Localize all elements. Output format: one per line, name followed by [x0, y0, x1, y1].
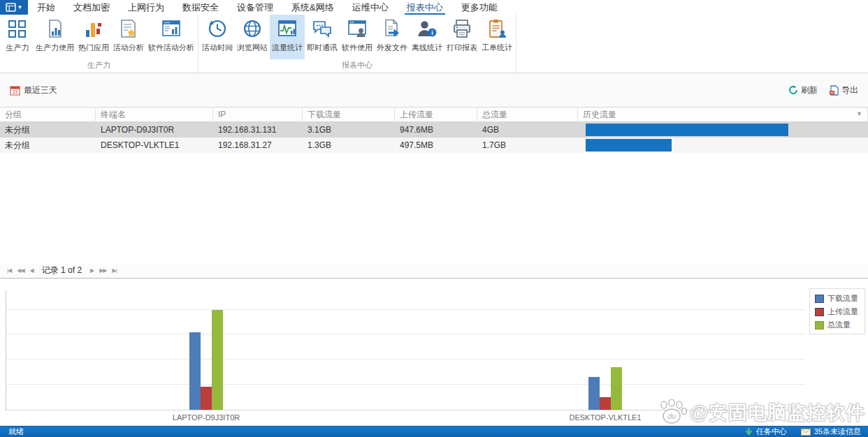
app-logo-button[interactable]: ▼: [0, 0, 28, 15]
export-button[interactable]: 导出: [829, 84, 858, 96]
unread-messages-button[interactable]: 35条未读信息: [814, 427, 861, 437]
chart-gridline: [6, 334, 805, 334]
ribbon-item-outgoing-files[interactable]: 外发文件: [375, 15, 410, 59]
svg-text:23: 23: [13, 89, 18, 94]
ribbon-item-offline-stats[interactable]: i离线统计: [410, 15, 444, 59]
date-range-label: 最近三天: [24, 84, 57, 96]
history-traffic-bar: [586, 139, 672, 151]
outgoing-files-icon: [382, 16, 403, 41]
col-header-history[interactable]: 历史流量: [578, 108, 868, 121]
svg-text:i: i: [431, 29, 433, 36]
ribbon-item-productivity-usage[interactable]: 生产力使用: [34, 15, 76, 59]
next-group-button[interactable]: ▶▶: [96, 267, 109, 274]
menu-tab-3[interactable]: 上网行为: [119, 0, 173, 15]
bar-上传流量: [600, 397, 611, 410]
status-ready-label: 就绪: [8, 427, 24, 437]
legend-entry: 下载流量: [815, 293, 860, 304]
prev-record-button[interactable]: ◀: [27, 267, 36, 274]
task-center-button[interactable]: 任务中心: [756, 427, 787, 437]
cell-download: 3.1GB: [303, 122, 395, 138]
date-range-filter[interactable]: 23 最近三天: [10, 84, 57, 96]
legend-swatch: [815, 295, 824, 303]
col-header-ip[interactable]: IP: [213, 108, 303, 121]
traffic-stats-icon: [277, 16, 298, 41]
ribbon-item-im[interactable]: 即时通讯: [305, 15, 340, 59]
menu-bar: ▼ 开始文档加密上网行为数据安全设备管理系统&网络运维中心报表中心更多功能: [0, 0, 868, 15]
ribbon-items-row: 活动时间浏览网站流量统计即时通讯软件使用外发文件i离线统计打印报表工单统计: [200, 15, 514, 59]
refresh-label: 刷新: [801, 84, 818, 96]
ribbon-item-work-order[interactable]: 工单统计: [479, 15, 514, 59]
chart-plot-area: LAPTOP-D9J3IT0RDESKTOP-VLKTLE1: [6, 290, 805, 410]
chart-gridline: [6, 384, 805, 385]
menu-tab-4[interactable]: 数据安全: [173, 0, 228, 15]
chart-legend: 下载流量上传流量总流量: [809, 288, 865, 334]
cell-group: 未分组: [0, 138, 96, 153]
ribbon-item-productivity-grid[interactable]: 生产力: [1, 15, 34, 59]
menu-tab-9[interactable]: 更多功能: [452, 0, 507, 15]
table-row[interactable]: 未分组LAPTOP-D9J3IT0R192.168.31.1313.1GB947…: [0, 122, 868, 138]
col-header-group[interactable]: 分组: [0, 108, 96, 121]
chart-bar-group: [588, 367, 622, 410]
ribbon-item-label: 活动时间: [202, 43, 233, 53]
first-page-button[interactable]: |◀: [4, 267, 14, 274]
menu-tab-7[interactable]: 运维中心: [343, 0, 398, 15]
calendar-icon: 23: [10, 85, 20, 96]
cell-total: 1.7GB: [477, 138, 578, 153]
hot-apps-icon: [83, 16, 104, 41]
app-logo-icon: [6, 3, 16, 12]
cell-terminal: DESKTOP-VLKTLE1: [96, 138, 213, 153]
col-header-download[interactable]: 下载流量: [303, 108, 395, 121]
ribbon-item-label: 生产力使用: [36, 43, 74, 53]
ribbon-item-activity-time[interactable]: 活动时间: [200, 15, 235, 59]
software-usage-icon: [347, 16, 368, 41]
ribbon-item-hot-apps[interactable]: 热门应用: [76, 15, 111, 59]
bar-总流量: [212, 310, 223, 410]
work-order-icon: [486, 16, 507, 41]
ribbon-item-activity-analysis[interactable]: 活动分析: [111, 15, 146, 59]
prev-group-button[interactable]: ◀◀: [14, 267, 27, 274]
ribbon-item-traffic-stats[interactable]: 流量统计: [270, 15, 305, 59]
cell-upload: 947.6MB: [395, 122, 477, 138]
ribbon-item-label: 软件活动分析: [148, 43, 194, 53]
ribbon-item-label: 浏览网站: [237, 43, 268, 53]
print-report-icon: [451, 16, 472, 41]
ribbon-item-browse-website[interactable]: 浏览网站: [235, 15, 270, 59]
productivity-usage-icon: [45, 16, 66, 41]
export-label: 导出: [841, 84, 858, 96]
legend-entry: 上传流量: [815, 306, 860, 317]
cell-history: [578, 138, 868, 153]
ribbon-item-print-report[interactable]: 打印报表: [444, 15, 479, 59]
ribbon-item-label: 离线统计: [412, 43, 442, 53]
header-filter-icon[interactable]: ▼: [856, 110, 862, 117]
last-page-button[interactable]: ▶|: [110, 267, 120, 274]
bar-总流量: [611, 367, 622, 410]
svg-text:du: du: [667, 412, 676, 420]
cell-ip: 192.168.31.27: [213, 138, 303, 153]
col-header-terminal[interactable]: 终端名: [96, 108, 213, 121]
cell-terminal: LAPTOP-D9J3IT0R: [96, 122, 213, 138]
col-header-total[interactable]: 总流量: [477, 108, 578, 121]
menu-tab-5[interactable]: 设备管理: [228, 0, 282, 15]
menu-tab-2[interactable]: 文档加密: [64, 0, 119, 15]
refresh-button[interactable]: 刷新: [788, 84, 818, 96]
ribbon-items-row: 生产力生产力使用热门应用活动分析软件活动分析: [1, 15, 196, 59]
cell-total: 4GB: [477, 122, 578, 138]
next-record-button[interactable]: ▶: [87, 267, 96, 274]
activity-time-icon: [207, 16, 228, 41]
menu-tab-8[interactable]: 报表中心: [398, 0, 452, 15]
ribbon-group-label: 生产力: [1, 59, 196, 73]
table-header: 分组 终端名 IP 下载流量 上传流量 总流量 历史流量 ▼: [0, 107, 868, 122]
browse-website-icon: [242, 16, 263, 41]
col-header-upload[interactable]: 上传流量: [395, 108, 477, 121]
ribbon-item-software-usage[interactable]: 软件使用: [340, 15, 375, 59]
table-row[interactable]: 未分组DESKTOP-VLKTLE1192.168.31.271.3GB497.…: [0, 138, 868, 153]
ribbon-item-label: 打印报表: [447, 43, 477, 53]
chart-bar-group: [189, 310, 223, 410]
ribbon-item-label: 即时通讯: [307, 43, 338, 53]
traffic-bar-chart: LAPTOP-D9J3IT0RDESKTOP-VLKTLE1 下载流量上传流量总…: [0, 279, 868, 426]
bar-下载流量: [189, 332, 201, 410]
ribbon-item-software-activity[interactable]: 软件活动分析: [146, 15, 196, 59]
activity-analysis-icon: [118, 16, 139, 41]
menu-tab-6[interactable]: 系统&网络: [282, 0, 343, 15]
menu-tab-1[interactable]: 开始: [28, 0, 64, 15]
